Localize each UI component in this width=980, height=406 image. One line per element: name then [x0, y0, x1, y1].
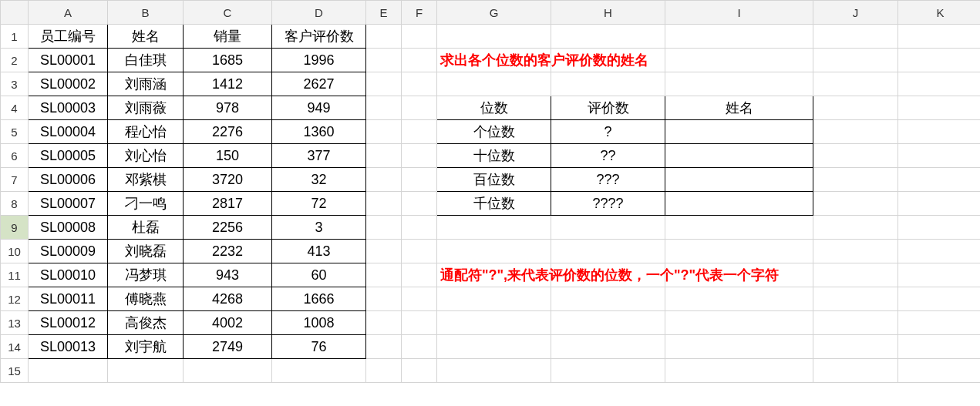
select-all-corner[interactable]: [1, 1, 29, 25]
spreadsheet[interactable]: A B C D E F G H I J K 1 员工编号 姓名 销量 客户评价数…: [0, 0, 980, 406]
cell-J13[interactable]: [813, 311, 898, 335]
cell-D3[interactable]: 2627: [272, 72, 366, 96]
cell-K6[interactable]: [898, 144, 981, 168]
cell-F12[interactable]: [402, 287, 437, 311]
cell-D2[interactable]: 1996: [272, 49, 366, 72]
cell-A5[interactable]: SL00004: [29, 120, 108, 144]
cell-J4[interactable]: [813, 96, 898, 120]
cell-I15[interactable]: [665, 359, 813, 383]
row-2[interactable]: 2 SL00001 白佳琪 1685 1996 求出各个位数的客户评价数的姓名: [1, 49, 981, 72]
cell-E8[interactable]: [366, 192, 402, 216]
cell-H7[interactable]: ???: [551, 168, 665, 192]
col-header-I[interactable]: I: [665, 1, 813, 25]
cell-I8[interactable]: [665, 192, 813, 216]
cell-H4[interactable]: 评价数: [551, 96, 665, 120]
cell-J9[interactable]: [813, 216, 898, 240]
cell-G11-instruction[interactable]: 通配符"?",来代表评价数的位数，一个"?"代表一个字符: [437, 263, 551, 287]
cell-I6[interactable]: [665, 144, 813, 168]
cell-A7[interactable]: SL00006: [29, 168, 108, 192]
row-5[interactable]: 5 SL00004 程心怡 2276 1360 个位数 ?: [1, 120, 981, 144]
cell-K4[interactable]: [898, 96, 981, 120]
cell-F4[interactable]: [402, 96, 437, 120]
cell-F5[interactable]: [402, 120, 437, 144]
cell-K14[interactable]: [898, 335, 981, 359]
cell-C3[interactable]: 1412: [184, 72, 272, 96]
cell-K7[interactable]: [898, 168, 981, 192]
cell-D15[interactable]: [272, 359, 366, 383]
cell-D11[interactable]: 60: [272, 263, 366, 287]
col-header-J[interactable]: J: [813, 1, 898, 25]
col-header-E[interactable]: E: [366, 1, 402, 25]
row-header-11[interactable]: 11: [1, 263, 29, 287]
row-header-8[interactable]: 8: [1, 192, 29, 216]
cell-K5[interactable]: [898, 120, 981, 144]
cell-A8[interactable]: SL00007: [29, 192, 108, 216]
cell-D6[interactable]: 377: [272, 144, 366, 168]
row-13[interactable]: 13 SL00012 高俊杰 4002 1008: [1, 311, 981, 335]
cell-E10[interactable]: [366, 240, 402, 263]
cell-I1[interactable]: [665, 25, 813, 49]
cell-A15[interactable]: [29, 359, 108, 383]
cell-I3[interactable]: [665, 72, 813, 96]
cell-G6[interactable]: 十位数: [437, 144, 551, 168]
row-1[interactable]: 1 员工编号 姓名 销量 客户评价数: [1, 25, 981, 49]
cell-B13[interactable]: 高俊杰: [108, 311, 184, 335]
cell-E6[interactable]: [366, 144, 402, 168]
cell-C7[interactable]: 3720: [184, 168, 272, 192]
cell-F1[interactable]: [402, 25, 437, 49]
cell-K11[interactable]: [898, 263, 981, 287]
cell-F15[interactable]: [402, 359, 437, 383]
cell-F14[interactable]: [402, 335, 437, 359]
cell-B14[interactable]: 刘宇航: [108, 335, 184, 359]
cell-H10[interactable]: [551, 240, 665, 263]
cell-H5[interactable]: ?: [551, 120, 665, 144]
cell-J8[interactable]: [813, 192, 898, 216]
cell-H9[interactable]: [551, 216, 665, 240]
cell-E2[interactable]: [366, 49, 402, 72]
cell-E14[interactable]: [366, 335, 402, 359]
cell-D10[interactable]: 413: [272, 240, 366, 263]
cell-I12[interactable]: [665, 287, 813, 311]
row-header-3[interactable]: 3: [1, 72, 29, 96]
cell-G9[interactable]: [437, 216, 551, 240]
cell-B15[interactable]: [108, 359, 184, 383]
col-header-D[interactable]: D: [272, 1, 366, 25]
cell-D1[interactable]: 客户评价数: [272, 25, 366, 49]
row-header-2[interactable]: 2: [1, 49, 29, 72]
cell-K8[interactable]: [898, 192, 981, 216]
cell-B7[interactable]: 邓紫棋: [108, 168, 184, 192]
cell-F8[interactable]: [402, 192, 437, 216]
cell-B9[interactable]: 杜磊: [108, 216, 184, 240]
cell-G14[interactable]: [437, 335, 551, 359]
cell-G15[interactable]: [437, 359, 551, 383]
cell-A10[interactable]: SL00009: [29, 240, 108, 263]
cell-C15[interactable]: [184, 359, 272, 383]
cell-G2-instruction[interactable]: 求出各个位数的客户评价数的姓名: [437, 49, 551, 72]
grid-table[interactable]: A B C D E F G H I J K 1 员工编号 姓名 销量 客户评价数…: [0, 0, 980, 383]
cell-I9[interactable]: [665, 216, 813, 240]
cell-I13[interactable]: [665, 311, 813, 335]
col-header-F[interactable]: F: [402, 1, 437, 25]
cell-K9[interactable]: [898, 216, 981, 240]
row-7[interactable]: 7 SL00006 邓紫棋 3720 32 百位数 ???: [1, 168, 981, 192]
cell-C12[interactable]: 4268: [184, 287, 272, 311]
row-14[interactable]: 14 SL00013 刘宇航 2749 76: [1, 335, 981, 359]
cell-J6[interactable]: [813, 144, 898, 168]
cell-B4[interactable]: 刘雨薇: [108, 96, 184, 120]
row-header-14[interactable]: 14: [1, 335, 29, 359]
cell-D8[interactable]: 72: [272, 192, 366, 216]
cell-H6[interactable]: ??: [551, 144, 665, 168]
cell-D14[interactable]: 76: [272, 335, 366, 359]
cell-J1[interactable]: [813, 25, 898, 49]
cell-D12[interactable]: 1666: [272, 287, 366, 311]
row-10[interactable]: 10 SL00009 刘晓磊 2232 413: [1, 240, 981, 263]
cell-C10[interactable]: 2232: [184, 240, 272, 263]
cell-H1[interactable]: [551, 25, 665, 49]
cell-H13[interactable]: [551, 311, 665, 335]
cell-A6[interactable]: SL00005: [29, 144, 108, 168]
row-4[interactable]: 4 SL00003 刘雨薇 978 949 位数 评价数 姓名: [1, 96, 981, 120]
row-header-4[interactable]: 4: [1, 96, 29, 120]
cell-A4[interactable]: SL00003: [29, 96, 108, 120]
row-9[interactable]: 9 SL00008 杜磊 2256 3: [1, 216, 981, 240]
cell-J10[interactable]: [813, 240, 898, 263]
